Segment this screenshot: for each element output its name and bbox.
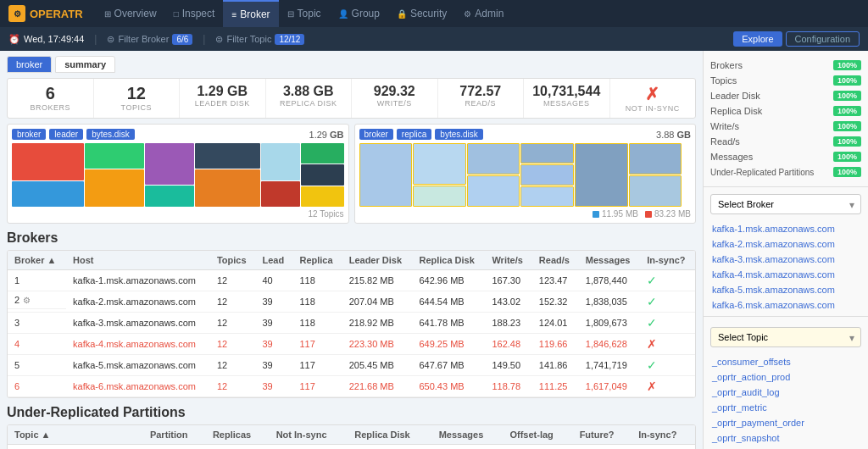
broker-host-1: kafka-1.msk.amazonaws.com <box>66 270 210 291</box>
badge-brokers: 100% <box>833 60 861 70</box>
heatmap-left-header: broker leader bytes.disk 1.29 GB <box>12 129 344 140</box>
logo[interactable]: ⚙ OPERATR <box>8 5 83 22</box>
col-ur-topic[interactable]: Topic ▲ <box>8 425 143 445</box>
filter-broker-item[interactable]: ⊜ Filter Broker 6/6 <box>107 34 192 45</box>
sidebar-health-item-under-replicated: Under-Replicated Partitions 100% <box>710 164 861 180</box>
nav-item-security[interactable]: 🔒 Security <box>388 0 455 27</box>
heatmap-right-legend-2: 83.23 MB <box>645 209 691 219</box>
nav-item-admin[interactable]: ⚙ Admin <box>455 0 512 27</box>
heatmaps-row: broker leader bytes.disk 1.29 GB <box>7 124 696 224</box>
stat-not-in-sync-label: NOT IN-SYNC <box>617 104 689 113</box>
stat-replica-disk-value: 3.88 GB <box>273 84 345 99</box>
sidebar-broker-item-2[interactable]: kafka-2.msk.amazonaws.com <box>704 236 868 252</box>
nav-item-overview[interactable]: ⊞ Overview <box>96 0 165 27</box>
clock-icon: ⏰ <box>8 34 20 45</box>
stat-reads-value: 772.57 <box>445 84 517 99</box>
col-writes: Write/s <box>485 251 531 270</box>
sidebar-topic-item-6[interactable]: _oprtr_snapshot <box>704 430 868 446</box>
col-ur-offset-lag: Offset-lag <box>503 425 572 445</box>
filter-topic-icon: ⊜ <box>215 34 223 45</box>
table-row: 1 kafka-1.msk.amazonaws.com 12 40 118 21… <box>8 270 695 291</box>
col-ur-replica-disk: Replica Disk <box>348 425 431 445</box>
sidebar-health-item-messages: Messages 100% <box>710 149 861 164</box>
nav-item-group[interactable]: 👤 Group <box>330 0 388 27</box>
stat-messages: 10,731,544 MESSAGES <box>524 79 610 118</box>
stat-writes-label: WRITE/S <box>359 99 431 108</box>
col-broker[interactable]: Broker ▲ <box>8 251 66 270</box>
col-ur-insync: In-sync? <box>632 425 695 445</box>
stats-row: 6 BROKERS 12 TOPICS 1.29 GB LEADER DISK … <box>7 78 696 119</box>
brokers-table: Broker ▲ Host Topics Lead Replica Leader… <box>8 251 695 397</box>
stat-topics: 12 TOPICS <box>94 79 181 118</box>
sidebar-broker-item-4[interactable]: kafka-4.msk.amazonaws.com <box>704 267 868 282</box>
insync-2: ✓ <box>640 291 695 313</box>
future-0: ✗ <box>573 445 632 450</box>
insync-6: ✗ <box>640 376 695 397</box>
tab-summary[interactable]: summary <box>55 56 115 73</box>
sidebar-topic-item-5[interactable]: _oprtr_payment_order <box>704 415 868 430</box>
insync-4: ✗ <box>640 334 695 355</box>
users-icon: 👤 <box>338 9 348 19</box>
nav-item-topic[interactable]: ⊟ Topic <box>279 0 330 27</box>
table-row: __oprtr_payment_order 18 2,3,4 4 1.09 MB… <box>8 445 695 450</box>
heatmap-left-topics-count: 12 Topics <box>308 209 343 219</box>
stat-leader-disk-label: LEADER DISK <box>186 99 259 108</box>
ur-insync-0: ✗ <box>632 445 695 450</box>
col-replica-disk: Replica Disk <box>412 251 485 270</box>
table-row: 5 kafka-5.msk.amazonaws.com 12 39 117 20… <box>8 355 695 376</box>
heatmap-left-size: 1.29 GB <box>309 130 344 140</box>
nav-item-broker[interactable]: ≡ Broker <box>223 0 278 27</box>
explore-button[interactable]: Explore <box>733 31 782 47</box>
lock-icon: 🔒 <box>397 9 407 19</box>
col-messages: Messages <box>579 251 640 270</box>
sidebar-topic-item-3[interactable]: _oprtr_audit_log <box>704 385 868 400</box>
heatmap-left-footer: 12 Topics <box>12 209 344 219</box>
table-row: 4 kafka-4.msk.amazonaws.com 12 39 117 22… <box>8 334 695 355</box>
logo-icon: ⚙ <box>8 5 25 22</box>
col-leader-disk: Leader Disk <box>342 251 413 270</box>
sidebar-broker-item-6[interactable]: kafka-6.msk.amazonaws.com <box>704 297 868 313</box>
sidebar-topic-select-section: Select Topic_consumer_offsets_oprtr_acti… <box>704 320 868 354</box>
divider-1: | <box>94 33 97 45</box>
menu-icon: ≡ <box>231 10 236 19</box>
stat-topics-value: 12 <box>101 84 173 103</box>
broker-host-2: kafka-2.msk.amazonaws.com <box>66 291 210 313</box>
broker-count-badge: 6/6 <box>172 34 192 45</box>
sidebar-topic-item-1[interactable]: _consumer_offsets <box>704 354 868 369</box>
heatmap-right-tag-replica: replica <box>397 129 431 140</box>
stat-brokers-label: BROKERS <box>14 103 86 112</box>
stat-topics-label: TOPICS <box>101 103 173 112</box>
heatmap-right-canvas <box>359 143 692 207</box>
heatmap-right: broker replica bytes.disk 3.88 GB <box>354 124 697 224</box>
brokers-table-wrapper: Broker ▲ Host Topics Lead Replica Leader… <box>7 250 696 398</box>
tab-broker[interactable]: broker <box>7 56 52 73</box>
sidebar-broker-item-1[interactable]: kafka-1.msk.amazonaws.com <box>704 221 868 236</box>
tag-icon: ⊟ <box>287 9 294 19</box>
sidebar-topic-item-2[interactable]: _oprtr_action_prod <box>704 369 868 385</box>
nav-item-inspect[interactable]: □ Inspect <box>165 0 224 27</box>
top-nav: ⚙ OPERATR ⊞ Overview □ Inspect ≡ Broker … <box>0 0 868 27</box>
sidebar-broker-select-wrapper[interactable]: Select Brokerkafka-1.msk.amazonaws.comka… <box>710 194 861 214</box>
stat-reads-label: READ/S <box>445 99 517 108</box>
brokers-table-body: 1 kafka-1.msk.amazonaws.com 12 40 118 21… <box>8 270 695 397</box>
col-lead: Lead <box>255 251 292 270</box>
configuration-button[interactable]: Configuration <box>786 31 860 47</box>
sidebar-topic-select-wrapper[interactable]: Select Topic_consumer_offsets_oprtr_acti… <box>710 327 861 347</box>
badge-reads: 100% <box>833 136 861 147</box>
second-bar: ⏰ Wed, 17:49:44 | ⊜ Filter Broker 6/6 | … <box>0 27 868 51</box>
col-host: Host <box>66 251 210 270</box>
content-area: broker summary 6 BROKERS 12 TOPICS 1.29 … <box>0 51 703 449</box>
select-topic[interactable]: Select Topic_consumer_offsets_oprtr_acti… <box>710 327 861 347</box>
sidebar-health-item-leader-disk: Leader Disk 100% <box>710 88 861 103</box>
tabs-bar: broker summary <box>7 56 696 73</box>
col-replica: Replica <box>292 251 342 270</box>
filter-topic-item[interactable]: ⊜ Filter Topic 12/12 <box>215 34 304 45</box>
sidebar-topic-item-4[interactable]: _oprtr_metric <box>704 400 868 415</box>
sidebar-broker-item-3[interactable]: kafka-3.msk.amazonaws.com <box>704 252 868 267</box>
col-ur-future: Future? <box>573 425 632 445</box>
stat-messages-label: MESSAGES <box>531 99 603 108</box>
badge-messages: 100% <box>833 152 861 162</box>
sidebar-broker-item-5[interactable]: kafka-5.msk.amazonaws.com <box>704 282 868 297</box>
select-broker[interactable]: Select Brokerkafka-1.msk.amazonaws.comka… <box>710 194 861 214</box>
heatmap-left-tag-bytes: bytes.disk <box>86 129 134 140</box>
